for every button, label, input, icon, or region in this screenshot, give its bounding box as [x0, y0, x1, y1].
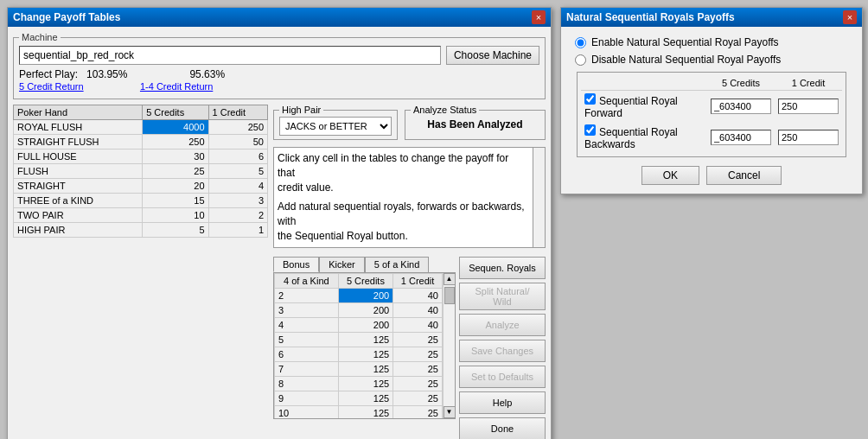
- quad-cell[interactable]: 4: [275, 317, 339, 332]
- payoff-cell[interactable]: 4000: [143, 120, 208, 135]
- machine-group-label: Machine: [19, 32, 61, 42]
- credit-return-5-link[interactable]: 5 Credit Return: [19, 81, 84, 93]
- quad-cell[interactable]: 25: [393, 361, 443, 376]
- scroll-thumb[interactable]: [444, 287, 455, 304]
- help-btn[interactable]: Help: [459, 391, 546, 414]
- quad-col-5credits: 5 Credits: [338, 273, 393, 288]
- quad-table-scroll[interactable]: 4 of a Kind 5 Credits 1 Credit 220040320…: [274, 273, 443, 418]
- scroll-up-arrow[interactable]: ▲: [444, 273, 456, 285]
- high-pair-select[interactable]: JACKS or BETTER: [279, 117, 392, 136]
- info-scrollbar[interactable]: [533, 148, 545, 247]
- quad-cell[interactable]: 125: [338, 405, 393, 418]
- payoff-cell[interactable]: 4: [208, 179, 267, 194]
- seq-5credit-input-1[interactable]: [711, 130, 771, 145]
- set-to-defaults-btn[interactable]: Set to Defaults: [459, 366, 546, 388]
- seq-1credit-input-1[interactable]: [778, 130, 839, 145]
- quad-cell[interactable]: 125: [338, 332, 393, 347]
- main-dialog-title-bar: Change Payoff Tables ×: [8, 8, 551, 27]
- done-btn[interactable]: Done: [459, 417, 546, 439]
- quad-cell[interactable]: 200: [338, 288, 393, 302]
- perfect-play-14credit-value: 95.63%: [189, 68, 225, 80]
- payoff-cell[interactable]: 250: [143, 135, 208, 150]
- payoff-table: Poker Hand 5 Credits 1 Credit ROYAL FLUS…: [13, 105, 268, 238]
- payoff-cell[interactable]: 30: [143, 150, 208, 164]
- payoff-cell[interactable]: 250: [208, 120, 267, 135]
- quad-cell[interactable]: 25: [393, 376, 443, 391]
- quad-cell[interactable]: 125: [338, 376, 393, 391]
- analyze-status-text: Has Been Analyzed: [411, 117, 539, 130]
- info-line4: Add natural sequential royals, forwards …: [278, 200, 527, 229]
- quad-cell[interactable]: 8: [275, 376, 339, 391]
- cancel-btn[interactable]: Cancel: [706, 166, 782, 185]
- payoff-cell[interactable]: THREE of a KIND: [14, 194, 143, 208]
- split-natural-wild-btn[interactable]: Split Natural/ Wild: [459, 283, 546, 310]
- credit-return-14-link[interactable]: 1-4 Credit Return: [140, 81, 213, 93]
- seq-label-0: Sequential Royal Forward: [584, 95, 678, 119]
- tab-bonus[interactable]: Bonus: [273, 257, 319, 272]
- payoff-cell[interactable]: FULL HOUSE: [14, 150, 143, 164]
- seq-checkbox-0[interactable]: [584, 93, 596, 105]
- info-line2: credit value.: [278, 181, 527, 195]
- secondary-dialog-close-btn[interactable]: ×: [843, 10, 857, 24]
- tabs-row: Bonus Kicker 5 of a Kind: [273, 257, 456, 272]
- analyze-group: Analyze Status Has Been Analyzed: [405, 105, 546, 140]
- payoff-cell[interactable]: TWO PAIR: [14, 208, 143, 223]
- payoff-cell[interactable]: STRAIGHT FLUSH: [14, 135, 143, 150]
- secondary-dialog-title: Natural Sequential Royals Payoffs: [566, 11, 735, 23]
- quad-cell[interactable]: 200: [338, 317, 393, 332]
- quad-cell[interactable]: 7: [275, 361, 339, 376]
- quad-cell[interactable]: 40: [393, 288, 443, 302]
- quad-cell[interactable]: 6: [275, 347, 339, 361]
- payoff-cell[interactable]: 50: [208, 135, 267, 150]
- ok-btn[interactable]: OK: [641, 166, 699, 185]
- ok-cancel-row: OK Cancel: [570, 161, 853, 190]
- quad-cell[interactable]: 40: [393, 317, 443, 332]
- enable-radio[interactable]: [575, 37, 586, 48]
- payoff-cell[interactable]: 20: [143, 179, 208, 194]
- payoff-cell[interactable]: ROYAL FLUSH: [14, 120, 143, 135]
- seq-1credit-input-0[interactable]: [778, 99, 839, 114]
- payoff-cell[interactable]: 5: [208, 164, 267, 179]
- quad-scrollbar[interactable]: ▲ ▼: [443, 273, 455, 418]
- seq-5credit-input-0[interactable]: [711, 99, 771, 114]
- quad-cell[interactable]: 125: [338, 361, 393, 376]
- payoff-cell[interactable]: HIGH PAIR: [14, 223, 143, 238]
- quad-cell[interactable]: 25: [393, 332, 443, 347]
- sequen-royals-btn[interactable]: Sequen. Royals: [459, 257, 546, 279]
- quad-cell[interactable]: 125: [338, 347, 393, 361]
- choose-machine-btn[interactable]: Choose Machine: [446, 46, 539, 65]
- machine-name-input[interactable]: [19, 46, 441, 65]
- payoff-cell[interactable]: 2: [208, 208, 267, 223]
- quad-cell[interactable]: 10: [275, 405, 339, 418]
- quad-cell[interactable]: 5: [275, 332, 339, 347]
- quad-cell[interactable]: 9: [275, 391, 339, 405]
- tab-5ofakind[interactable]: 5 of a Kind: [365, 257, 430, 272]
- main-dialog-title: Change Payoff Tables: [13, 11, 120, 23]
- payoff-cell[interactable]: 3: [208, 194, 267, 208]
- payoff-cell[interactable]: 15: [143, 194, 208, 208]
- payoff-cell[interactable]: 25: [143, 164, 208, 179]
- payoff-cell[interactable]: 1: [208, 223, 267, 238]
- quad-cell[interactable]: 125: [338, 391, 393, 405]
- quad-cell[interactable]: 25: [393, 391, 443, 405]
- seq-col-1credit: 1 Credit: [775, 76, 842, 91]
- quad-cell[interactable]: 25: [393, 347, 443, 361]
- main-dialog-close-btn[interactable]: ×: [532, 10, 546, 24]
- quad-cell[interactable]: 40: [393, 302, 443, 317]
- payoff-cell[interactable]: STRAIGHT: [14, 179, 143, 194]
- disable-radio-label: Disable Natural Sequential Royal Payoffs: [591, 54, 781, 66]
- scroll-down-arrow[interactable]: ▼: [444, 406, 456, 418]
- quad-cell[interactable]: 25: [393, 405, 443, 418]
- payoff-cell[interactable]: 6: [208, 150, 267, 164]
- save-changes-btn[interactable]: Save Changes: [459, 340, 546, 362]
- quad-cell[interactable]: 200: [338, 302, 393, 317]
- disable-radio[interactable]: [575, 54, 586, 66]
- payoff-cell[interactable]: 10: [143, 208, 208, 223]
- payoff-cell[interactable]: FLUSH: [14, 164, 143, 179]
- payoff-cell[interactable]: 5: [143, 223, 208, 238]
- seq-checkbox-1[interactable]: [584, 124, 596, 136]
- analyze-btn[interactable]: Analyze: [459, 314, 546, 336]
- tab-kicker[interactable]: Kicker: [319, 257, 365, 272]
- quad-cell[interactable]: 3: [275, 302, 339, 317]
- quad-cell[interactable]: 2: [275, 288, 339, 302]
